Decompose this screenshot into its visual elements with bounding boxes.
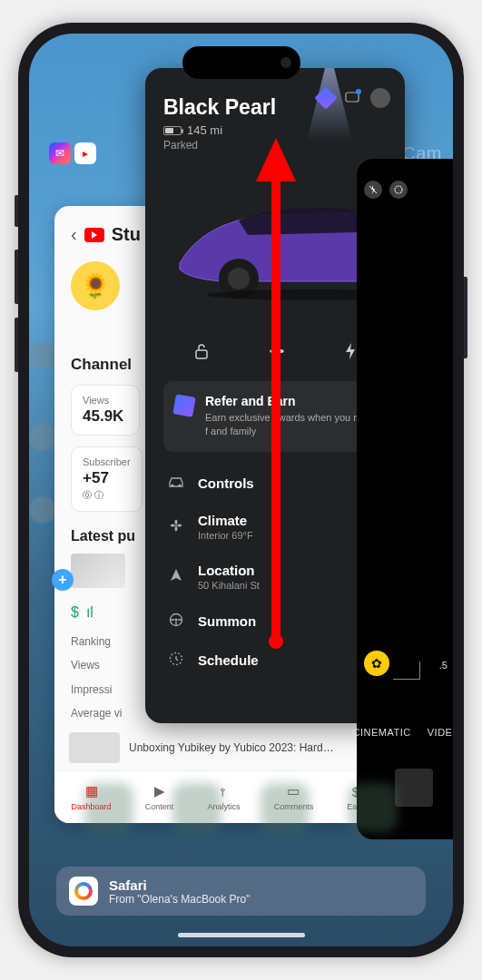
blur-decor <box>29 342 56 369</box>
channel-avatar[interactable]: 🌻 <box>71 261 120 310</box>
bar-chart-icon: ıl <box>86 604 93 621</box>
svg-point-5 <box>228 268 250 289</box>
youtube-logo-icon <box>84 228 104 242</box>
unlock-icon[interactable] <box>192 342 211 365</box>
volume-down-button[interactable] <box>15 318 18 372</box>
handoff-title: Safari <box>109 877 251 893</box>
video-thumbnail <box>69 732 120 763</box>
cube-icon <box>172 394 195 416</box>
message-icon[interactable] <box>345 91 359 105</box>
studio-title: Stu <box>112 224 141 245</box>
menu-label: Controls <box>198 475 254 491</box>
steering-icon <box>167 612 185 630</box>
menu-sublabel: Interior 69°F <box>198 530 253 541</box>
stat-label: Subscriber <box>83 456 131 467</box>
front-camera <box>280 57 291 68</box>
stat-views[interactable]: Views 45.9K <box>71 385 140 436</box>
profile-avatar[interactable] <box>370 88 390 108</box>
stat-value: 45.9K <box>83 407 128 426</box>
charge-icon[interactable] <box>343 342 358 365</box>
stat-label: Views <box>83 395 128 406</box>
svg-point-10 <box>172 484 174 486</box>
menu-controls[interactable]: Controls <box>163 465 387 502</box>
menu-sublabel: 50 Kihalani St <box>198 580 260 591</box>
macro-mode-icon[interactable]: ✿ <box>364 651 389 676</box>
stat-subscribers[interactable]: Subscriber +57 ⓪ ⓘ <box>71 446 143 512</box>
messenger-icon: ✉ <box>49 142 71 164</box>
app-card-camera[interactable]: ✿ .5 CINEMATIC VIDEO <box>357 159 453 839</box>
svg-point-16 <box>395 186 402 193</box>
blur-decor <box>29 496 56 524</box>
handoff-banner[interactable]: Safari From "Olena's MacBook Pro" <box>56 867 426 916</box>
background-app-icons: ✉ ▸ <box>49 142 96 164</box>
refer-title: Refer and Earn <box>205 394 376 408</box>
range-value: 145 mi <box>187 123 222 137</box>
menu-schedule[interactable]: Schedule <box>163 641 387 680</box>
battery-icon <box>163 126 182 135</box>
settings-circle-icon[interactable] <box>389 181 408 199</box>
range-row: 145 mi <box>163 123 387 137</box>
menu-label: Location <box>198 563 260 578</box>
cube-icon[interactable] <box>314 86 337 109</box>
stat-sub-icons: ⓪ ⓘ <box>83 489 131 502</box>
menu-label: Schedule <box>198 652 259 668</box>
refer-and-earn-card[interactable]: Refer and Earn Earn exclusive awards whe… <box>163 381 387 452</box>
svg-point-13 <box>175 618 178 621</box>
currency-symbol: $ <box>71 604 79 621</box>
video-row[interactable]: Unboxing Yubikey by Yubico 2023: Hard… <box>69 732 367 763</box>
svg-rect-3 <box>346 93 359 102</box>
phone-frame: ✉ ▸ Cam ‹ Stu 🌻 Channel Views <box>18 23 464 957</box>
dock-blurred <box>65 783 417 856</box>
dock-app <box>261 783 310 832</box>
svg-point-11 <box>179 484 182 486</box>
dock-app <box>172 783 221 832</box>
car-icon <box>167 475 185 491</box>
mode-video[interactable]: VIDEO <box>428 727 453 738</box>
mode-cinematic[interactable]: CINEMATIC <box>353 727 411 738</box>
menu-climate[interactable]: Climate Interior 69°F <box>163 502 387 552</box>
youtube-small-icon: ▸ <box>74 142 96 164</box>
frame-guide <box>393 679 420 680</box>
video-thumbnail[interactable] <box>71 554 125 588</box>
blur-decor <box>29 424 56 451</box>
home-indicator[interactable] <box>178 933 305 937</box>
menu-label: Summon <box>198 613 256 629</box>
location-icon <box>167 568 185 585</box>
dynamic-island <box>182 46 300 79</box>
flash-off-icon[interactable] <box>364 181 382 199</box>
quick-actions <box>163 342 387 365</box>
frame-guide <box>419 662 420 680</box>
zoom-level[interactable]: .5 <box>439 660 448 671</box>
volume-up-button[interactable] <box>15 250 18 304</box>
menu-list: Controls Climate Interior 69°F <box>163 465 387 680</box>
power-button[interactable] <box>464 277 467 358</box>
fan-icon[interactable] <box>268 342 286 365</box>
add-button[interactable]: + <box>52 569 74 591</box>
vehicle-status: Parked <box>163 139 387 152</box>
svg-rect-9 <box>196 350 207 358</box>
back-icon[interactable]: ‹ <box>71 224 77 245</box>
handoff-subtitle: From "Olena's MacBook Pro" <box>109 893 251 906</box>
stat-value: +57 <box>83 469 131 487</box>
mute-switch[interactable] <box>15 195 18 227</box>
video-title: Unboxing Yubikey by Yubico 2023: Hard… <box>129 741 334 754</box>
menu-summon[interactable]: Summon <box>163 602 387 641</box>
screen: ✉ ▸ Cam ‹ Stu 🌻 Channel Views <box>29 34 453 946</box>
menu-location[interactable]: Location 50 Kihalani St <box>163 552 387 602</box>
menu-label: Climate <box>198 513 253 528</box>
dock-app <box>349 783 398 832</box>
refer-subtitle: Earn exclusive awards when you refer f a… <box>205 411 376 439</box>
dock-app <box>84 783 133 832</box>
safari-icon <box>69 877 98 906</box>
fan-icon <box>167 518 185 535</box>
clock-icon <box>167 652 185 669</box>
camera-modes[interactable]: CINEMATIC VIDEO <box>357 727 453 738</box>
